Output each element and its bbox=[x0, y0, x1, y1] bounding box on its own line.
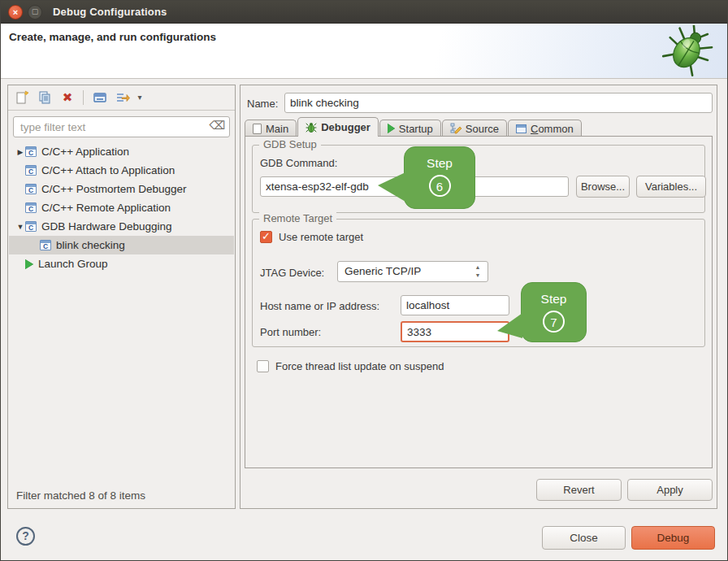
filter-matched-status: Filter matched 8 of 8 items bbox=[16, 489, 145, 502]
tree-item-c-postmortem[interactable]: C C/C++ Postmortem Debugger bbox=[9, 180, 234, 198]
tab-main[interactable]: Main bbox=[245, 120, 297, 137]
debug-configurations-dialog: × ▢ Debug Configurations Create, manage,… bbox=[0, 0, 728, 561]
use-remote-target-label: Use remote target bbox=[279, 231, 363, 243]
common-tab-icon bbox=[516, 124, 526, 133]
tree-item-label: GDB Hardware Debugging bbox=[41, 220, 172, 233]
startup-tab-icon bbox=[388, 124, 395, 133]
configurations-sidebar: ✖ ▾ ⌫ ▶ C C/C++ Application bbox=[7, 85, 236, 509]
clear-filter-icon[interactable]: ⌫ bbox=[209, 119, 225, 132]
remote-target-group: Remote Target ✓ Use remote target JTAG D… bbox=[252, 219, 705, 347]
step-7-callout: Step 7 bbox=[521, 282, 587, 342]
force-thread-row: Force thread list update on suspend bbox=[257, 360, 444, 372]
collapse-all-icon[interactable] bbox=[93, 90, 107, 105]
tab-bar: Main Debugger Startup bbox=[245, 117, 583, 137]
tree-item-launch-group[interactable]: Launch Group bbox=[9, 254, 234, 273]
filter-field: ⌫ bbox=[13, 116, 230, 137]
callout-step-number: 7 bbox=[543, 311, 565, 333]
toolbar-menu-caret-icon[interactable]: ▾ bbox=[135, 90, 145, 105]
help-button[interactable]: ? bbox=[16, 527, 35, 546]
host-name-label: Host name or IP address: bbox=[260, 300, 379, 312]
debug-button[interactable]: Debug bbox=[631, 526, 715, 550]
new-configuration-icon[interactable] bbox=[15, 90, 29, 105]
remote-target-group-label: Remote Target bbox=[259, 212, 336, 224]
apply-button[interactable]: Apply bbox=[627, 479, 713, 501]
configuration-editor: Name: Main Debugger bbox=[240, 85, 717, 509]
revert-button[interactable]: Revert bbox=[536, 479, 622, 501]
collapse-arrow-icon[interactable]: ▼ bbox=[15, 223, 25, 231]
debug-bug-icon bbox=[657, 25, 717, 77]
tab-source[interactable]: Source bbox=[442, 120, 507, 137]
force-thread-label: Force thread list update on suspend bbox=[275, 360, 444, 372]
close-window-icon[interactable]: × bbox=[8, 5, 23, 20]
callout-step-text: Step bbox=[405, 156, 474, 171]
use-remote-target-row: ✓ Use remote target bbox=[260, 231, 363, 243]
sidebar-toolbar: ✖ ▾ bbox=[8, 85, 235, 111]
banner: Create, manage, and run configurations bbox=[1, 24, 727, 79]
source-tab-icon bbox=[450, 123, 462, 134]
main-tab-icon bbox=[253, 124, 262, 134]
host-name-input[interactable] bbox=[401, 295, 509, 315]
window-title: Debug Configurations bbox=[53, 1, 167, 24]
tree-item-label: C/C++ Application bbox=[41, 146, 129, 158]
filter-launch-configurations-icon[interactable] bbox=[115, 90, 130, 105]
force-thread-checkbox[interactable] bbox=[257, 360, 269, 372]
callout-arrow bbox=[378, 172, 405, 202]
browse-button[interactable]: Browse... bbox=[576, 176, 630, 198]
callout-step-text: Step bbox=[522, 292, 586, 307]
c-cpp-app-icon: C bbox=[40, 240, 51, 250]
tab-common[interactable]: Common bbox=[508, 120, 582, 137]
tree-item-c-remote[interactable]: C C/C++ Remote Application bbox=[9, 198, 234, 217]
tree-item-gdb-hardware[interactable]: ▼ C GDB Hardware Debugging bbox=[9, 217, 234, 236]
tab-debugger[interactable]: Debugger bbox=[297, 117, 379, 137]
launch-group-icon bbox=[25, 259, 33, 269]
tree-item-c-application[interactable]: ▶ C C/C++ Application bbox=[9, 142, 234, 161]
variables-button[interactable]: Variables... bbox=[636, 176, 706, 198]
gdb-command-label: GDB Command: bbox=[260, 157, 337, 169]
tree-item-c-attach[interactable]: C C/C++ Attach to Application bbox=[9, 161, 234, 180]
tree-item-label: C/C++ Remote Application bbox=[41, 202, 171, 214]
c-cpp-app-icon: C bbox=[25, 221, 37, 232]
name-label: Name: bbox=[247, 98, 278, 110]
filter-input[interactable] bbox=[19, 118, 206, 136]
port-number-input[interactable] bbox=[401, 321, 509, 342]
gdb-setup-group-label: GDB Setup bbox=[259, 138, 321, 150]
c-cpp-app-icon: C bbox=[25, 146, 37, 157]
tree-item-label: C/C++ Attach to Application bbox=[41, 164, 175, 176]
tree-item-blink-checking[interactable]: C blink checking bbox=[9, 236, 234, 254]
duplicate-configuration-icon[interactable] bbox=[37, 90, 52, 105]
c-cpp-app-icon: C bbox=[25, 202, 37, 213]
tree-item-label: blink checking bbox=[56, 239, 125, 251]
debugger-bug-icon bbox=[306, 122, 317, 133]
jtag-device-label: JTAG Device: bbox=[260, 267, 324, 279]
tree-item-label: C/C++ Postmortem Debugger bbox=[41, 183, 187, 195]
c-cpp-app-icon: C bbox=[25, 165, 37, 176]
tab-startup[interactable]: Startup bbox=[379, 120, 441, 137]
delete-configuration-icon[interactable]: ✖ bbox=[60, 90, 75, 105]
port-number-label: Port number: bbox=[260, 326, 321, 338]
callout-step-number: 6 bbox=[429, 175, 451, 197]
gdb-setup-group: GDB Setup GDB Command: Browse... Variabl… bbox=[252, 145, 705, 213]
use-remote-target-checkbox[interactable]: ✓ bbox=[260, 231, 272, 243]
debugger-tab-content: GDB Setup GDB Command: Browse... Variabl… bbox=[245, 136, 713, 468]
expand-arrow-icon[interactable]: ▶ bbox=[15, 148, 25, 156]
combo-spinner-icon[interactable]: ▲▼ bbox=[473, 263, 483, 280]
close-button[interactable]: Close bbox=[542, 526, 626, 550]
c-cpp-app-icon: C bbox=[25, 184, 37, 194]
restore-window-icon[interactable]: ▢ bbox=[28, 5, 42, 20]
jtag-device-combo[interactable]: Generic TCP/IP ▲▼ bbox=[337, 261, 488, 282]
banner-heading: Create, manage, and run configurations bbox=[9, 31, 216, 43]
title-bar: × ▢ Debug Configurations bbox=[1, 1, 727, 24]
configurations-tree: ▶ C C/C++ Application C C/C++ Attach to … bbox=[9, 142, 234, 273]
tree-item-label: Launch Group bbox=[38, 258, 108, 270]
callout-arrow bbox=[497, 313, 522, 338]
name-input[interactable] bbox=[284, 93, 713, 113]
jtag-device-value: Generic TCP/IP bbox=[344, 265, 421, 277]
toolbar-separator bbox=[83, 90, 84, 105]
step-6-callout: Step 6 bbox=[404, 146, 475, 209]
